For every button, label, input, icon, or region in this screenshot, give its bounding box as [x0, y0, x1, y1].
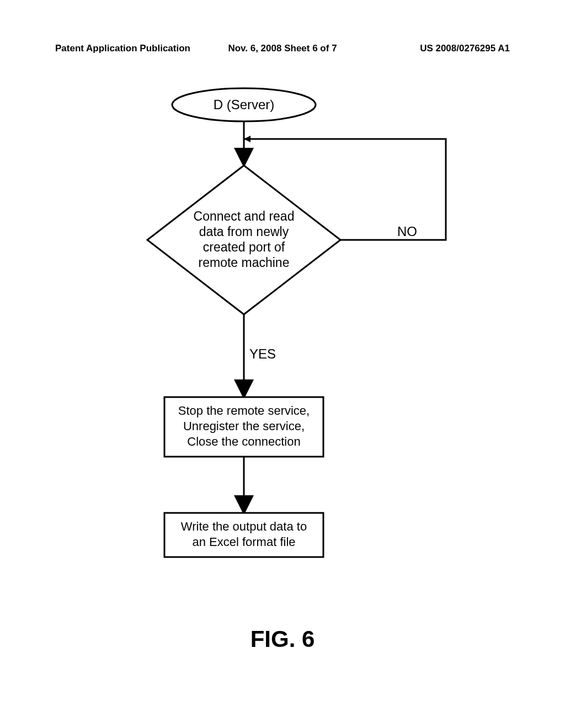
decision-line1: Connect and read [194, 209, 295, 223]
process1-line1: Stop the remote service, [178, 404, 310, 417]
process1-line3: Close the connection [187, 435, 300, 448]
decision-line4: remote machine [199, 255, 290, 270]
decision-line3: created port of [203, 240, 285, 254]
process2-line2: an Excel format file [192, 535, 295, 549]
no-loop-arrowhead [244, 136, 250, 142]
decision-line2: data from newly [199, 224, 289, 239]
flowchart-diagram: D (Server) Connect and read data from ne… [0, 77, 565, 629]
process2-line1: Write the output data to [181, 520, 307, 533]
no-label: NO [397, 224, 417, 239]
header-mid-text: Nov. 6, 2008 Sheet 6 of 7 [207, 43, 359, 54]
figure-label: FIG. 6 [0, 626, 565, 652]
page-header: Patent Application Publication Nov. 6, 2… [0, 43, 565, 54]
header-left-text: Patent Application Publication [55, 43, 207, 54]
process1-line2: Unregister the service, [183, 419, 305, 433]
terminal-text: D (Server) [214, 97, 275, 112]
yes-label: YES [249, 346, 276, 361]
header-right-text: US 2008/0276295 A1 [358, 43, 510, 54]
